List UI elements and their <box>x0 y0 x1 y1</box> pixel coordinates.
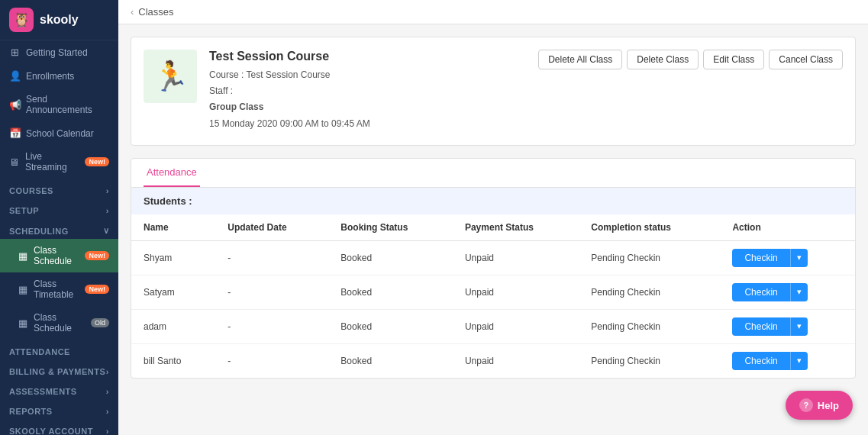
breadcrumb-arrow: ‹ <box>131 6 134 18</box>
sidebar-item-label: Getting Started <box>26 47 88 58</box>
assessments-section-header[interactable]: ASSESSMENTS › <box>0 379 118 399</box>
checkin-dropdown-button[interactable]: ▾ <box>790 283 808 301</box>
action-group: Checkin ▾ <box>732 249 843 267</box>
cell-completion-status: Pending Checkin <box>579 309 720 343</box>
tab-section: Attendance Students : Name Updated Date … <box>131 158 856 379</box>
class-course: Course : Test Session Course <box>209 68 538 82</box>
class-title: Test Session Course <box>209 50 538 63</box>
sidebar-item-getting-started[interactable]: ⊞ Getting Started <box>0 40 118 64</box>
delete-all-class-button[interactable]: Delete All Class <box>538 50 622 69</box>
breadcrumb-label: Classes <box>138 6 173 18</box>
cell-name: Shyam <box>131 240 215 275</box>
grid-icon: ▦ <box>18 250 27 262</box>
cell-booking-status: Booked <box>328 275 453 309</box>
grid-icon: ▦ <box>18 317 27 329</box>
students-header: Students : <box>131 188 855 214</box>
checkin-button[interactable]: Checkin <box>732 352 789 370</box>
table-header: Name Updated Date Booking Status Payment… <box>131 214 855 241</box>
cell-payment-status: Unpaid <box>453 275 579 309</box>
sidebar-item-label: Enrollments <box>26 71 74 82</box>
runner-icon: 🏃 <box>153 60 189 93</box>
cell-updated-date: - <box>215 309 328 343</box>
cell-name: adam <box>131 309 215 343</box>
cell-name: Satyam <box>131 275 215 309</box>
cell-action: Checkin ▾ <box>720 240 855 275</box>
delete-class-button[interactable]: Delete Class <box>627 50 699 69</box>
breadcrumb: ‹ Classes <box>118 0 868 24</box>
sidebar-item-label: School Calendar <box>26 128 94 139</box>
cell-updated-date: - <box>215 240 328 275</box>
table-row: Shyam - Booked Unpaid Pending Checkin Ch… <box>131 240 855 275</box>
logo-icon: 🦉 <box>9 8 34 32</box>
new-badge: New! <box>85 285 109 294</box>
logo-text: skooly <box>40 13 79 27</box>
cell-action: Checkin ▾ <box>720 309 855 343</box>
cell-booking-status: Booked <box>328 240 453 275</box>
sidebar-item-livestreaming[interactable]: 🖥 Live Streaming New! <box>0 145 118 179</box>
students-tbody: Shyam - Booked Unpaid Pending Checkin Ch… <box>131 240 855 378</box>
cell-payment-status: Unpaid <box>453 240 579 275</box>
skooly-account-section-header[interactable]: SKOOLY ACCOUNT › <box>0 419 118 435</box>
announce-icon: 📢 <box>9 99 20 111</box>
checkin-button[interactable]: Checkin <box>732 283 789 301</box>
checkin-button[interactable]: Checkin <box>732 317 789 336</box>
cell-completion-status: Pending Checkin <box>579 240 720 275</box>
class-info: Test Session Course Course : Test Sessio… <box>209 50 538 133</box>
help-button[interactable]: ? Help <box>786 391 853 420</box>
checkin-dropdown-button[interactable]: ▾ <box>790 352 808 370</box>
edit-class-button[interactable]: Edit Class <box>703 50 764 69</box>
screen-icon: 🖥 <box>9 156 19 168</box>
col-booking-status: Booking Status <box>328 214 453 241</box>
sidebar-item-announcements[interactable]: 📢 Send Announcements <box>0 88 118 121</box>
checkin-dropdown-button[interactable]: ▾ <box>790 249 808 267</box>
setup-section-header[interactable]: SETUP › <box>0 198 118 218</box>
class-card: 🏃 Test Session Course Course : Test Sess… <box>131 37 856 146</box>
sidebar-item-calendar[interactable]: 📅 School Calendar <box>0 121 118 145</box>
calendar-icon: 📅 <box>9 127 20 139</box>
checkin-button[interactable]: Checkin <box>732 249 789 267</box>
cell-action: Checkin ▾ <box>720 275 855 309</box>
checkin-dropdown-button[interactable]: ▾ <box>790 317 808 336</box>
cancel-class-button[interactable]: Cancel Class <box>769 50 843 69</box>
help-circle-icon: ? <box>799 398 813 412</box>
billing-section-header[interactable]: BILLING & PAYMENTS › <box>0 359 118 379</box>
col-updated-date: Updated Date <box>215 214 328 241</box>
action-group: Checkin ▾ <box>732 317 843 336</box>
col-action: Action <box>720 214 855 241</box>
reports-section-header[interactable]: REPORTS › <box>0 399 118 419</box>
table-row: adam - Booked Unpaid Pending Checkin Che… <box>131 309 855 343</box>
new-badge: New! <box>85 157 109 166</box>
tab-attendance[interactable]: Attendance <box>144 159 200 187</box>
content-area: 🏃 Test Session Course Course : Test Sess… <box>118 24 868 435</box>
col-completion-status: Completion status <box>579 214 720 241</box>
courses-section-header[interactable]: COURSES › <box>0 179 118 198</box>
class-staff: Staff : <box>209 84 538 98</box>
table-row: bill Santo - Booked Unpaid Pending Check… <box>131 343 855 378</box>
sidebar-item-label: Class Timetable <box>34 279 82 300</box>
sidebar-item-enrollments[interactable]: 👤 Enrollments <box>0 64 118 88</box>
scheduling-section-header[interactable]: SCHEDULING ∨ <box>0 218 118 239</box>
sidebar-item-class-schedule-new[interactable]: ▦ Class Schedule New! <box>0 239 118 272</box>
action-group: Checkin ▾ <box>732 283 843 301</box>
sidebar-item-label: Live Streaming <box>25 151 82 172</box>
grid-icon: ▦ <box>18 284 27 295</box>
cell-completion-status: Pending Checkin <box>579 343 720 378</box>
action-group: Checkin ▾ <box>732 352 843 370</box>
cell-updated-date: - <box>215 343 328 378</box>
cell-booking-status: Booked <box>328 343 453 378</box>
sidebar: 🦉 skooly ⊞ Getting Started 👤 Enrollments… <box>0 0 118 435</box>
sidebar-item-label: Send Announcements <box>26 94 109 115</box>
sidebar-item-label: Class Schedule <box>34 312 88 334</box>
new-badge: New! <box>85 251 109 260</box>
col-name: Name <box>131 214 215 241</box>
students-table: Name Updated Date Booking Status Payment… <box>131 214 855 378</box>
table-row: Satyam - Booked Unpaid Pending Checkin C… <box>131 275 855 309</box>
attendance-section-header[interactable]: ATTENDANCE <box>0 340 118 359</box>
sidebar-item-class-schedule-old[interactable]: ▦ Class Schedule Old <box>0 306 118 340</box>
help-label: Help <box>818 400 839 411</box>
cell-payment-status: Unpaid <box>453 343 579 378</box>
old-badge: Old <box>91 318 109 327</box>
main-content: ‹ Classes 🏃 Test Session Course Course :… <box>118 0 868 435</box>
col-payment-status: Payment Status <box>453 214 579 241</box>
sidebar-item-class-timetable[interactable]: ▦ Class Timetable New! <box>0 272 118 306</box>
